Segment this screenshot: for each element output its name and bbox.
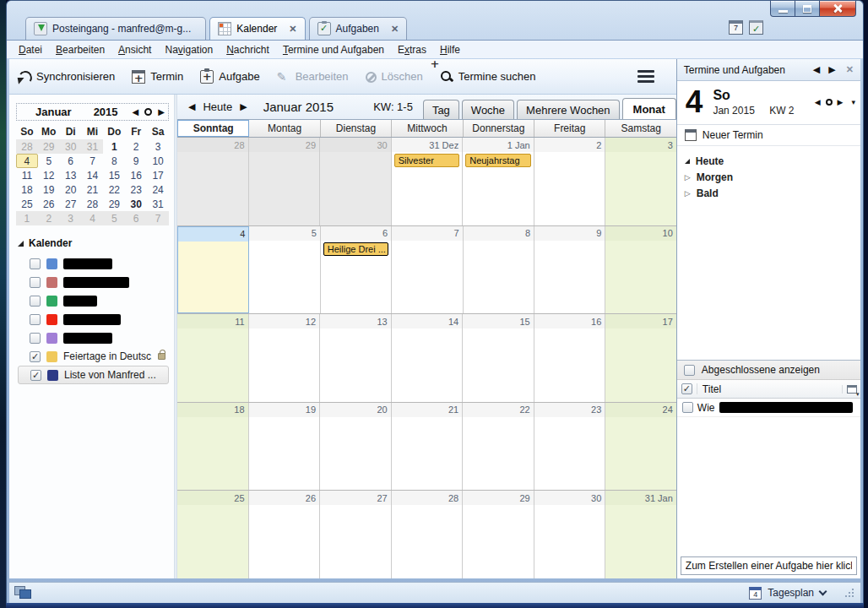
mini-day[interactable]: 2 (125, 139, 147, 154)
day-cell[interactable]: 20 (320, 403, 392, 491)
calendar-list-item[interactable] (18, 273, 169, 291)
mini-day[interactable]: 26 (38, 197, 60, 211)
day-cell[interactable]: 30 (534, 491, 606, 578)
calendar-event[interactable]: Neujahrstag (465, 154, 531, 167)
tasks-empty-area[interactable] (677, 417, 860, 554)
day-cell[interactable]: 21 (392, 403, 464, 491)
menu-hilfe[interactable]: Hilfe (433, 41, 467, 58)
calendar-checkbox[interactable]: ✓ (30, 370, 41, 381)
mini-day[interactable]: 3 (60, 211, 82, 225)
calendar-checkbox[interactable] (30, 258, 41, 269)
new-event-button[interactable]: Termin (132, 70, 183, 84)
calendar-list-item[interactable]: ✓Liste von Manfred ... (18, 366, 169, 384)
tab-tag[interactable]: Tag (423, 100, 459, 119)
mini-day[interactable]: 6 (125, 211, 147, 225)
menu-bearbeiten[interactable]: Bearbeiten (49, 41, 111, 58)
day-header-montag[interactable]: Montag (249, 120, 320, 137)
search-events-button[interactable]: Termine suchen (440, 70, 536, 84)
day-cell[interactable]: 29 (463, 491, 534, 578)
calendar-checkbox[interactable] (30, 333, 41, 344)
mini-day[interactable]: 22 (103, 182, 125, 197)
close-button[interactable] (819, 1, 856, 17)
maximize-button[interactable] (795, 1, 819, 17)
day-cell[interactable]: 28 (177, 138, 249, 225)
day-cell[interactable]: 22 (463, 403, 534, 491)
day-cell[interactable]: 23 (534, 403, 606, 491)
calendar-day-icon[interactable]: 7 (729, 20, 743, 35)
today-circle-icon[interactable] (826, 99, 833, 106)
new-event-row-button[interactable]: Neuer Termin (677, 125, 860, 146)
calendar-list-item[interactable]: ✓Feiertage in Deutsc... (18, 347, 169, 366)
mini-day[interactable]: 31 (147, 197, 169, 211)
next-period-icon[interactable]: ▶ (236, 101, 251, 112)
agenda-section-morgen[interactable]: ▷Morgen (677, 169, 860, 185)
day-cell[interactable]: 2 (534, 138, 606, 225)
day-header-samstag[interactable]: Samstag (605, 120, 675, 137)
day-cell[interactable]: 26 (249, 491, 321, 578)
day-cell[interactable]: 10 (605, 226, 675, 314)
mini-day[interactable]: 18 (16, 182, 38, 197)
mini-day[interactable]: 29 (103, 197, 125, 211)
day-cell[interactable]: 4 (177, 226, 249, 314)
mini-day[interactable]: 2 (38, 211, 60, 225)
mini-day[interactable]: 4 (16, 154, 38, 168)
mini-day[interactable]: 29 (38, 139, 60, 154)
mini-day[interactable]: 7 (82, 154, 104, 168)
calendar-checkbox[interactable] (30, 277, 41, 288)
mini-calendar-month[interactable]: Januar (35, 106, 72, 118)
mini-day[interactable]: 6 (60, 154, 82, 168)
day-cell[interactable]: 5 (249, 226, 320, 314)
resize-grip[interactable] (844, 587, 855, 599)
chevron-down-icon[interactable] (819, 588, 827, 596)
dropdown-icon[interactable]: ▾ (851, 98, 855, 106)
mini-day[interactable]: 9 (125, 154, 147, 168)
mini-day[interactable]: 17 (147, 168, 169, 182)
day-cell[interactable]: 6Heilige Drei ... (321, 226, 392, 314)
tab-aufgaben[interactable]: Aufgaben ✕ (309, 17, 408, 40)
calendar-checkbox[interactable] (30, 314, 41, 325)
menu-termine-und-aufgaben[interactable]: Termine und Aufgaben (276, 41, 391, 58)
new-task-button[interactable]: Aufgabe (200, 70, 259, 84)
day-header-mittwoch[interactable]: Mittwoch (392, 120, 463, 137)
mini-day[interactable]: 7 (147, 211, 169, 225)
mini-day[interactable]: 20 (60, 182, 82, 197)
day-cell[interactable]: 31 Jan (605, 491, 676, 578)
mini-day[interactable]: 21 (82, 182, 104, 197)
menu-navigation[interactable]: Navigation (158, 41, 220, 58)
day-cell[interactable]: 15 (463, 314, 534, 402)
mini-day[interactable]: 1 (103, 139, 125, 154)
calendar-event[interactable]: Heilige Drei ... (323, 242, 388, 256)
day-header-freitag[interactable]: Freitag (534, 120, 605, 137)
tab-kalender[interactable]: Kalender ✕ (209, 17, 305, 40)
calendar-event[interactable]: Silvester (394, 154, 460, 167)
tab-posteingang[interactable]: Posteingang - manfred@m-g... (25, 17, 206, 40)
mini-day[interactable]: 11 (16, 168, 38, 182)
day-cell[interactable]: 3 (605, 138, 676, 225)
mini-day[interactable]: 16 (125, 168, 147, 182)
day-header-donnerstag[interactable]: Donnerstag (464, 120, 534, 137)
mini-day[interactable]: 4 (82, 211, 104, 225)
day-header-sonntag[interactable]: Sonntag (177, 120, 249, 137)
today-circle-icon[interactable] (144, 108, 152, 116)
mini-day[interactable]: 31 (82, 139, 104, 154)
offline-status-icon[interactable] (14, 586, 31, 600)
minimize-button[interactable] (770, 1, 795, 17)
day-cell[interactable]: 31 DezSilvester (392, 138, 464, 225)
calendar-list-item[interactable] (18, 254, 169, 273)
mini-day[interactable]: 10 (147, 154, 169, 168)
day-cell[interactable]: 29 (249, 138, 321, 225)
next-month-icon[interactable]: ▶ (158, 107, 165, 117)
menu-extras[interactable]: Extras (391, 41, 433, 58)
calendar-list-item[interactable] (18, 328, 169, 347)
day-cell[interactable]: 11 (177, 314, 249, 402)
mini-day[interactable]: 19 (38, 182, 60, 197)
show-completed-checkbox[interactable] (684, 365, 695, 376)
prev-period-icon[interactable]: ◀ (184, 101, 199, 112)
calendar-checkbox[interactable] (30, 296, 41, 307)
agenda-section-heute[interactable]: Heute (677, 153, 860, 169)
tasks-title-column[interactable]: Titel (697, 383, 842, 395)
tasks-checked-column[interactable]: ✓ (677, 383, 697, 394)
mini-day[interactable]: 23 (125, 182, 147, 197)
menu-datei[interactable]: Datei (12, 41, 49, 58)
day-cell[interactable]: 12 (249, 314, 321, 402)
